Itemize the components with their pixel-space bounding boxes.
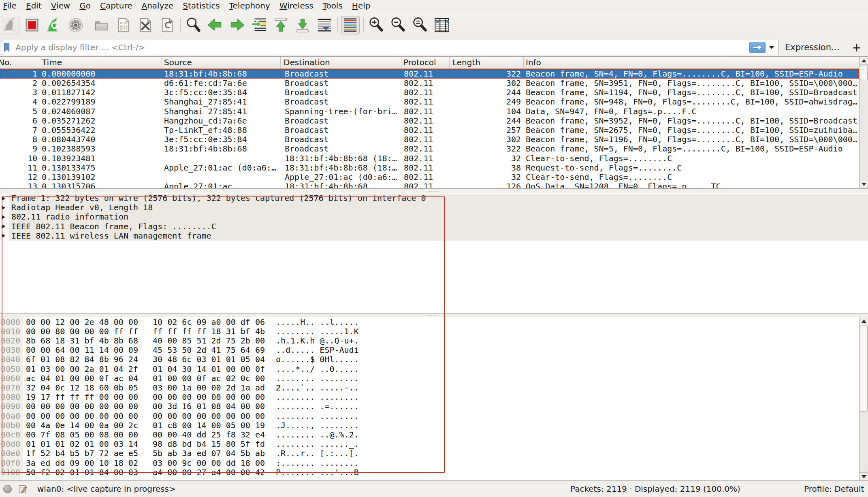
packet-row-8[interactable]: 80.0804437403e:f5:cc:0e:35:84Broadcast80… <box>0 135 859 144</box>
restart-capture-button[interactable] <box>45 16 63 34</box>
hex-pane-scrollbar[interactable] <box>859 317 868 480</box>
column-header-source[interactable]: Source <box>164 58 192 67</box>
hex-dump-pane[interactable]: 000000 00 12 00 2e 48 00 00 10 02 6c 09 … <box>0 317 859 480</box>
detail-row[interactable]: IEEE 802.11 wireless LAN management fram… <box>0 231 868 241</box>
filter-bookmark-button[interactable] <box>1 40 12 55</box>
column-header-info[interactable]: Info <box>526 58 541 67</box>
expander-triangle-icon[interactable] <box>2 234 5 238</box>
menu-edit[interactable]: Edit <box>21 0 46 12</box>
packet-row-1[interactable]: 10.00000000018:31:bf:4b:8b:68Broadcast80… <box>0 69 859 79</box>
hex-row-0030[interactable]: 003000 00 64 00 11 14 00 09 45 53 50 2d … <box>0 346 859 355</box>
column-resize-handle[interactable] <box>401 57 401 69</box>
detail-row[interactable]: Radiotap Header v0, Length 18 <box>0 203 868 212</box>
menu-help[interactable]: Help <box>347 0 375 12</box>
zoom-reset-button[interactable] <box>411 16 429 34</box>
detail-hex-splitter[interactable] <box>0 313 868 317</box>
hex-row-0050[interactable]: 005001 03 00 00 2a 01 04 2f 01 04 30 14 … <box>0 365 859 374</box>
apply-filter-button[interactable] <box>749 42 766 53</box>
menu-telephony[interactable]: Telephony <box>224 0 275 12</box>
detail-row[interactable]: Frame 1: 322 bytes on wire (2576 bits), … <box>0 194 868 203</box>
hex-row-0040[interactable]: 00406f 01 08 82 84 8b 96 24 30 48 6c 03 … <box>0 355 859 364</box>
column-header-time[interactable]: Time <box>42 58 62 67</box>
menu-go[interactable]: Go <box>75 0 96 12</box>
packet-list[interactable]: 10.00000000018:31:bf:4b:8b:68Broadcast80… <box>0 69 859 188</box>
menu-statistics[interactable]: Statistics <box>178 0 224 12</box>
column-header-protocol[interactable]: Protocol <box>403 58 436 67</box>
packet-detail-pane[interactable]: Frame 1: 322 bytes on wire (2576 bits), … <box>0 193 868 313</box>
close-file-button[interactable] <box>136 16 155 34</box>
hex-row-0060[interactable]: 0060ac 04 01 00 00 0f ac 04 01 00 00 0f … <box>0 374 859 383</box>
packet-row-9[interactable]: 90.10238859318:31:bf:4b:8b:68Broadcast80… <box>0 144 859 154</box>
expander-triangle-icon[interactable] <box>2 224 5 228</box>
open-file-button[interactable] <box>92 16 111 34</box>
hex-row-00e0[interactable]: 00e01f 52 b4 b5 b7 72 ae e5 5b ab 3a ed … <box>0 449 859 458</box>
scroll-down-arrow[interactable] <box>859 180 868 188</box>
resize-columns-button[interactable] <box>433 16 451 34</box>
packet-row-3[interactable]: 30.0118271423c:f5:cc:0e:35:84Broadcast80… <box>0 88 859 97</box>
menu-analyze[interactable]: Analyze <box>137 0 178 12</box>
expander-triangle-icon[interactable] <box>2 215 5 219</box>
colorize-button[interactable] <box>341 16 360 34</box>
auto-scroll-button[interactable] <box>315 16 334 34</box>
zoom-out-button[interactable] <box>389 16 407 34</box>
column-header-length[interactable]: Length <box>452 58 480 67</box>
column-resize-handle[interactable] <box>280 57 281 69</box>
hex-row-0070[interactable]: 007032 04 0c 12 18 60 0b 05 03 00 1a 00 … <box>0 383 859 392</box>
start-capture-button[interactable] <box>1 16 19 34</box>
splitter-handle[interactable] <box>427 315 441 316</box>
hex-row-0020[interactable]: 00208b 68 18 31 bf 4b 8b 68 40 00 85 51 … <box>0 336 859 346</box>
packet-list-scrollbar[interactable] <box>859 57 868 188</box>
column-resize-handle[interactable] <box>162 57 162 69</box>
save-file-button[interactable]: 010101100111 <box>114 16 133 34</box>
menu-view[interactable]: View <box>46 0 75 12</box>
stop-capture-button[interactable] <box>23 16 41 34</box>
packet-row-12[interactable]: 120.130139102Apple_27:01:ac (d0:a6:…802.… <box>0 173 859 182</box>
go-forward-button[interactable] <box>228 16 246 34</box>
packet-list-header[interactable]: No.TimeSourceDestinationProtocolLengthIn… <box>0 57 859 69</box>
expert-info-icon[interactable] <box>3 485 12 493</box>
packet-row-4[interactable]: 40.022799189Shanghai_27:85:41Broadcast80… <box>0 97 859 107</box>
expander-triangle-icon[interactable] <box>2 196 5 201</box>
capture-options-button[interactable] <box>66 16 85 34</box>
packet-row-13[interactable]: 130.130315706Apple_27:01:ac18:31:bf:4b:8… <box>0 182 859 188</box>
hex-row-00c0[interactable]: 00c000 7f 08 05 00 08 00 00 00 00 40 dd … <box>0 430 859 439</box>
go-last-button[interactable] <box>293 16 312 34</box>
splitter-handle[interactable] <box>427 191 441 192</box>
expression-button[interactable]: Expression… <box>785 38 840 57</box>
go-first-button[interactable] <box>271 16 290 34</box>
profile-text[interactable]: Profile: Default <box>804 484 864 494</box>
menu-wireless[interactable]: Wireless <box>275 0 318 12</box>
scrollbar-thumb[interactable] <box>860 326 868 412</box>
menu-file[interactable]: File <box>0 0 21 12</box>
add-filter-button[interactable]: + <box>850 38 864 57</box>
expander-triangle-icon[interactable] <box>2 206 5 210</box>
reload-file-button[interactable]: 101011 <box>158 16 177 34</box>
column-header-no[interactable]: No. <box>0 58 12 67</box>
scroll-up-arrow[interactable] <box>859 317 868 325</box>
hex-row-0000[interactable]: 000000 00 12 00 2e 48 00 00 10 02 6c 09 … <box>0 318 859 327</box>
list-detail-splitter[interactable] <box>0 188 868 193</box>
hex-row-0010[interactable]: 001000 00 80 00 00 00 ff ff ff ff ff ff … <box>0 327 859 336</box>
hex-row-00b0[interactable]: 00b000 4a 0e 14 00 0a 00 2c 01 c8 00 14 … <box>0 421 859 430</box>
packet-row-2[interactable]: 20.002654354d6:61:fe:cd:7a:6eBroadcast80… <box>0 79 859 88</box>
hex-row-0090[interactable]: 009000 00 00 00 00 00 00 00 00 3d 16 01 … <box>0 402 859 411</box>
packet-row-10[interactable]: 100.10392348118:31:bf:4b:8b:68 (18:…802.… <box>0 154 859 163</box>
column-resize-handle[interactable] <box>40 57 40 69</box>
scrollbar-thumb[interactable] <box>860 66 868 80</box>
capture-comment-icon[interactable] <box>19 484 28 494</box>
hex-row-00f0[interactable]: 00f03a ed dd 09 00 10 18 02 03 00 9c 00 … <box>0 459 859 468</box>
find-packet-button[interactable] <box>184 16 203 34</box>
detail-row[interactable]: IEEE 802.11 Beacon frame, Flags: .......… <box>0 222 868 231</box>
hex-row-00a0[interactable]: 00a000 00 00 00 00 00 00 00 00 00 00 00 … <box>0 412 859 421</box>
zoom-in-button[interactable] <box>367 16 386 34</box>
menu-tools[interactable]: Tools <box>318 0 347 12</box>
menu-capture[interactable]: Capture <box>95 0 137 12</box>
display-filter-input[interactable]: Apply a display filter ... <Ctrl-/> <box>1 40 779 55</box>
hex-row-0080[interactable]: 008019 17 ff ff ff 00 00 00 00 00 00 00 … <box>0 392 859 402</box>
go-to-packet-button[interactable] <box>250 16 268 34</box>
go-back-button[interactable] <box>206 16 224 34</box>
column-header-destination[interactable]: Destination <box>284 58 330 67</box>
packet-row-7[interactable]: 70.055536422Tp-LinkT_ef:48:88Broadcast80… <box>0 126 859 135</box>
hex-row-0100[interactable]: 010050 f2 02 01 01 84 00 03 a4 00 00 27 … <box>0 468 859 477</box>
packet-row-5[interactable]: 50.024060087Shanghai_27:85:41Spanning-tr… <box>0 107 859 116</box>
